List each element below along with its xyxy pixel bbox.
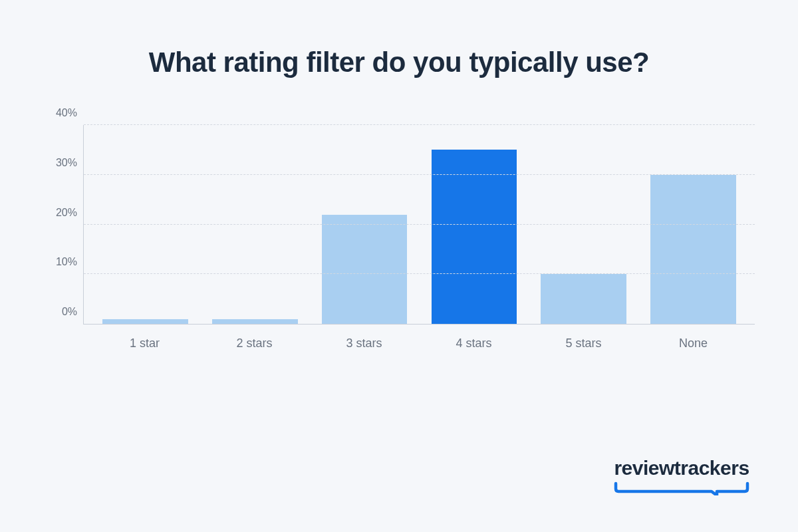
grid-line (84, 273, 755, 274)
brand-logo: reviewtrackers (612, 457, 751, 495)
grid-line (84, 124, 755, 125)
y-tick-label: 10% (44, 256, 77, 268)
bar (541, 274, 626, 324)
bar-slot (90, 125, 200, 324)
y-tick-label: 40% (44, 107, 77, 119)
bar-slot (638, 125, 748, 324)
x-tick-label: 1 star (90, 336, 200, 350)
bar-slot (200, 125, 310, 324)
bar-slot (310, 125, 420, 324)
x-tick-label: None (638, 336, 748, 350)
y-tick-label: 20% (44, 207, 77, 219)
y-tick-label: 0% (44, 306, 77, 318)
chart-title: What rating filter do you typically use? (27, 47, 771, 78)
chart-area: 0%10%20%30%40% 1 star2 stars3 stars4 sta… (43, 125, 755, 350)
plot-area: 0%10%20%30%40% (83, 125, 755, 325)
bar (432, 150, 517, 324)
bar (650, 175, 736, 324)
grid-line (84, 224, 755, 225)
bar (102, 319, 188, 324)
bars-group (84, 125, 755, 324)
bar-slot (529, 125, 638, 324)
bar (212, 319, 298, 324)
bar (322, 215, 408, 324)
brand-name: reviewtrackers (614, 457, 749, 479)
x-tick-label: 3 stars (309, 336, 419, 350)
chart-container: What rating filter do you typically use?… (0, 0, 798, 532)
x-axis-labels: 1 star2 stars3 stars4 stars5 starsNone (83, 325, 755, 350)
y-tick-label: 30% (44, 157, 77, 169)
brand-swoosh-icon (612, 481, 751, 495)
bar-slot (419, 125, 529, 324)
x-tick-label: 4 stars (419, 336, 529, 350)
grid-line (84, 174, 755, 175)
x-tick-label: 5 stars (529, 336, 638, 350)
x-tick-label: 2 stars (200, 336, 309, 350)
